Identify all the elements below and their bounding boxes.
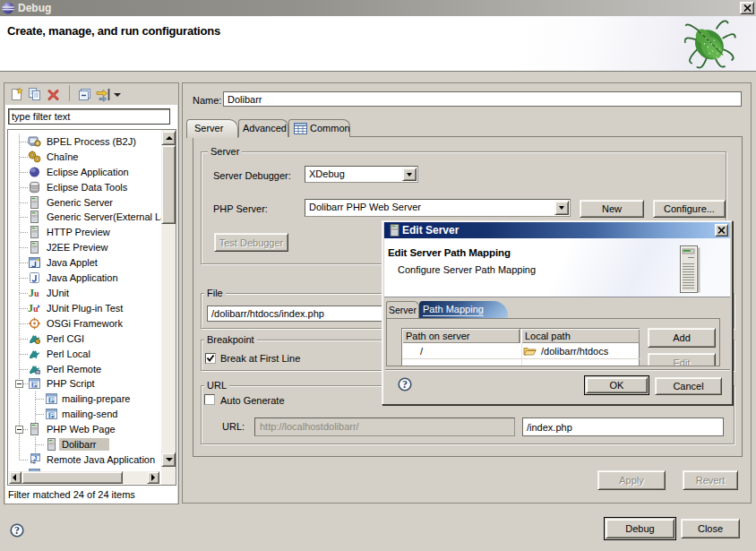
svg-text:P: P [33,382,38,388]
svg-text:P: P [50,412,55,418]
svg-text:?: ? [14,524,20,537]
svg-text:P: P [50,397,55,403]
svg-text:?: ? [402,378,408,391]
svg-text:J: J [34,455,38,461]
svg-text:u: u [34,288,39,298]
